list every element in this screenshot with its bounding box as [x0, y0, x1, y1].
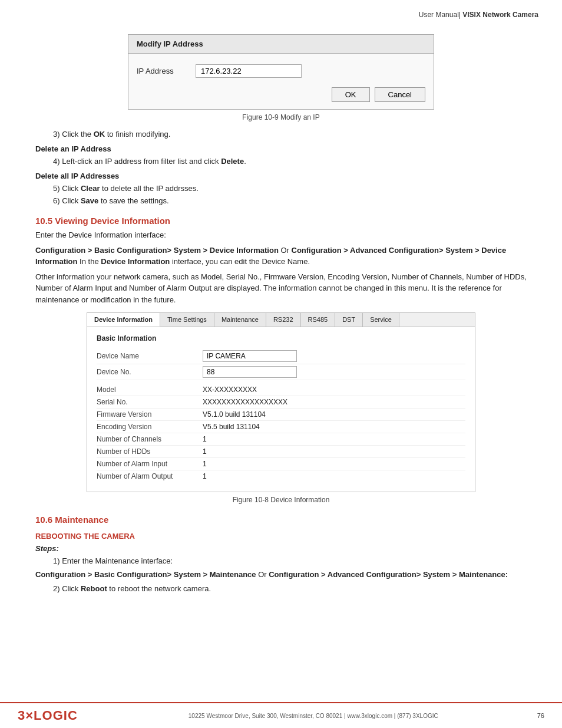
di-label-encoding: Encoding Version	[97, 423, 203, 431]
delete-ip-heading: Delete an IP Address	[35, 144, 527, 153]
footer-logo: 3×LOGIC	[18, 708, 78, 723]
figure-caption-ip: Figure 10-9 Modify an IP	[35, 113, 527, 121]
steps-label: Steps:	[35, 544, 527, 553]
di-input-device-no[interactable]	[203, 366, 297, 378]
di-value-alarm-input: 1	[203, 460, 465, 468]
header-bold: VISIX Network Camera	[461, 11, 538, 19]
di-label-alarm-output: Number of Alarm Output	[97, 472, 203, 480]
step-4: 4) Left-click an IP address from filter …	[53, 157, 527, 166]
di-row-encoding: Encoding Version V5.5 build 131104	[97, 421, 465, 433]
figure-caption-device-info: Figure 10-8 Device Information	[35, 496, 527, 504]
di-row-firmware: Firmware Version V5.1.0 build 131104	[97, 409, 465, 421]
di-label-alarm-input: Number of Alarm Input	[97, 460, 203, 468]
delete-all-ip-heading: Delete all IP Addresses	[35, 172, 527, 180]
di-label-hdds: Number of HDDs	[97, 447, 203, 456]
section-106-title: 10.6 Maintenance	[35, 515, 527, 525]
dialog-buttons: OK Cancel	[137, 87, 425, 102]
tab-rs232[interactable]: RS232	[266, 313, 301, 327]
tab-bar: Device Information Time Settings Mainten…	[87, 313, 475, 327]
cancel-button[interactable]: Cancel	[375, 87, 425, 102]
rebooting-heading: REBOOTING THE CAMERA	[35, 532, 527, 541]
step-5: 5) Click Clear to delete all the IP addr…	[53, 184, 527, 193]
section-105-body: Other information your network camera, s…	[35, 271, 527, 306]
header-text: User Manual|	[419, 11, 461, 19]
page-footer: 3×LOGIC 10225 Westmoor Drive, Suite 300,…	[0, 702, 562, 728]
di-label-channels: Number of Channels	[97, 435, 203, 443]
footer-page-number: 76	[537, 712, 544, 719]
modify-ip-body: IP Address OK Cancel	[128, 54, 434, 109]
di-row-model: Model XX-XXXXXXXXX	[97, 384, 465, 396]
di-value-channels: 1	[203, 435, 465, 443]
footer-address: 10225 Westmoor Drive, Suite 300, Westmin…	[90, 713, 537, 719]
modify-ip-title: Modify IP Address	[128, 35, 434, 54]
tab-device-information[interactable]: Device Information	[87, 313, 160, 327]
modify-ip-dialog: Modify IP Address IP Address OK Cancel	[128, 34, 434, 110]
section-105-title: 10.5 Viewing Device Information	[35, 216, 527, 226]
di-label-serial: Serial No.	[97, 398, 203, 406]
di-row-hdds: Number of HDDs 1	[97, 446, 465, 458]
di-row-device-no: Device No.	[97, 364, 465, 380]
ip-label: IP Address	[137, 67, 196, 75]
main-content: Modify IP Address IP Address OK Cancel F…	[0, 22, 562, 608]
di-label-device-name: Device Name	[97, 352, 203, 360]
basic-info-heading: Basic Information	[97, 334, 465, 342]
section-105-path: Configuration > Basic Configuration> Sys…	[35, 245, 527, 268]
tab-time-settings[interactable]: Time Settings	[160, 313, 214, 327]
di-value-serial: XXXXXXXXXXXXXXXXXX	[203, 398, 465, 406]
di-label-device-no: Device No.	[97, 368, 203, 376]
di-value-model: XX-XXXXXXXXX	[203, 386, 465, 394]
di-input-device-name[interactable]	[203, 350, 297, 362]
di-row-channels: Number of Channels 1	[97, 433, 465, 446]
tab-service[interactable]: Service	[363, 313, 399, 327]
ok-button[interactable]: OK	[332, 87, 370, 102]
device-info-widget: Device Information Time Settings Mainten…	[87, 312, 475, 492]
step-6: 6) Click Save to save the settings.	[53, 196, 527, 205]
di-value-encoding: V5.5 build 131104	[203, 423, 465, 431]
maintenance-path: Configuration > Basic Configuration> Sys…	[35, 569, 527, 581]
tab-rs485[interactable]: RS485	[301, 313, 336, 327]
step-3: 3) Click the OK to finish modifying.	[53, 130, 527, 139]
section-105-intro: Enter the Device Information interface:	[35, 229, 527, 241]
maintenance-step-2: 2) Click Reboot to reboot the network ca…	[53, 584, 527, 593]
di-label-firmware: Firmware Version	[97, 410, 203, 419]
ip-address-row: IP Address	[137, 64, 425, 78]
di-value-hdds: 1	[203, 447, 465, 456]
tab-dst[interactable]: DST	[335, 313, 363, 327]
di-value-firmware: V5.1.0 build 131104	[203, 410, 465, 419]
di-label-model: Model	[97, 386, 203, 394]
tab-maintenance[interactable]: Maintenance	[214, 313, 266, 327]
di-row-device-name: Device Name	[97, 348, 465, 364]
page-header: User Manual| VISIX Network Camera	[0, 0, 562, 22]
di-value-alarm-output: 1	[203, 472, 465, 480]
di-row-alarm-input: Number of Alarm Input 1	[97, 458, 465, 470]
di-row-serial: Serial No. XXXXXXXXXXXXXXXXXX	[97, 396, 465, 409]
maintenance-step-1: 1) Enter the Maintenance interface:	[53, 556, 527, 565]
di-row-alarm-output: Number of Alarm Output 1	[97, 470, 465, 482]
device-info-content: Basic Information Device Name Device No.…	[87, 327, 475, 492]
ip-input[interactable]	[196, 64, 302, 78]
